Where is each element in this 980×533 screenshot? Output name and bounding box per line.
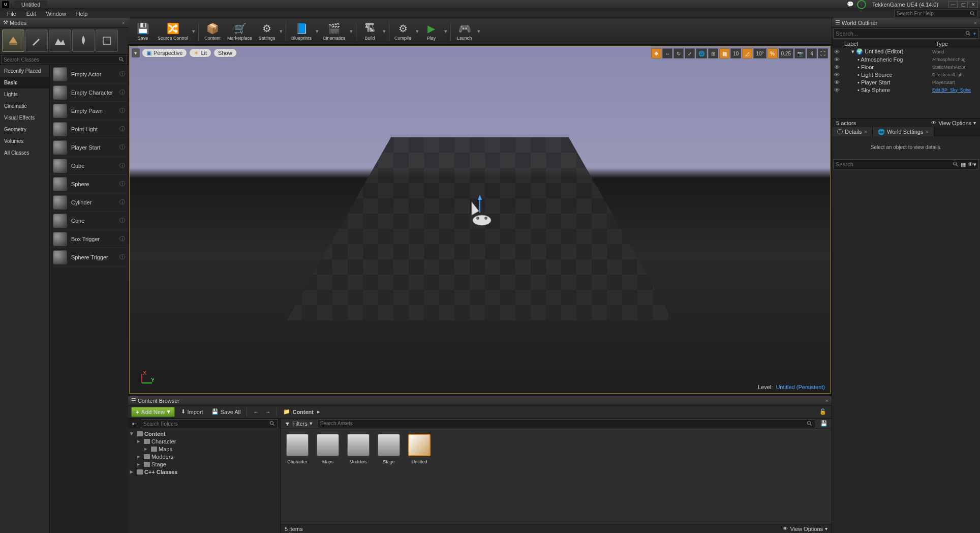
- actor-type[interactable]: Edit BP_Sky_Sphe: [932, 87, 971, 93]
- close-icon[interactable]: ×: [974, 20, 977, 26]
- dropdown-arrow[interactable]: ▾: [415, 20, 420, 43]
- info-icon[interactable]: ⓘ: [119, 143, 125, 151]
- dropdown-arrow[interactable]: ▾: [315, 20, 320, 43]
- save-asset-icon[interactable]: 💾: [818, 419, 830, 428]
- settings-button[interactable]: ⚙Settings: [255, 20, 279, 43]
- angle-snap-value[interactable]: 10°: [753, 48, 766, 58]
- asset-item[interactable]: Untitled: [408, 434, 431, 464]
- tree-item[interactable]: ▸Stage: [128, 460, 280, 468]
- classes-search-input[interactable]: [4, 57, 118, 63]
- eye-icon[interactable]: 👁▾: [968, 161, 976, 168]
- actor-item[interactable]: Sphere Triggerⓘ: [50, 248, 128, 266]
- category-item[interactable]: Cinematic: [0, 100, 49, 112]
- camera-speed-icon[interactable]: 📷: [794, 48, 806, 58]
- compile-button[interactable]: ⚙Compile: [391, 20, 415, 43]
- marketplace-button[interactable]: 🛒Marketplace: [224, 20, 255, 43]
- breadcrumb[interactable]: 📁Content ▸: [281, 407, 322, 416]
- matrix-icon[interactable]: ▦: [961, 161, 966, 168]
- dropdown-arrow[interactable]: ▾: [191, 20, 196, 43]
- lock-icon[interactable]: 🔓: [817, 407, 829, 416]
- category-item[interactable]: Visual Effects: [0, 112, 49, 124]
- tab-world-settings[interactable]: 🌐World Settings×: [873, 127, 934, 136]
- category-item[interactable]: Geometry: [0, 124, 49, 135]
- content-button[interactable]: 📦Content: [201, 20, 224, 43]
- details-search-input[interactable]: [836, 161, 953, 167]
- info-icon[interactable]: ⓘ: [119, 162, 125, 169]
- grid-snap-value[interactable]: 10: [730, 48, 741, 58]
- visibility-icon[interactable]: 👁: [834, 49, 840, 55]
- menu-window[interactable]: Window: [41, 10, 71, 18]
- info-icon[interactable]: ⓘ: [119, 253, 125, 261]
- translate-mode-icon[interactable]: ↔: [662, 48, 672, 58]
- dropdown-arrow[interactable]: ▾: [279, 20, 284, 43]
- expand-arrow-icon[interactable]: ▸: [137, 438, 142, 445]
- info-icon[interactable]: ⓘ: [119, 180, 125, 188]
- info-icon[interactable]: ⓘ: [119, 217, 125, 224]
- geometry-mode-icon[interactable]: [96, 29, 118, 52]
- outliner-search[interactable]: +: [833, 28, 979, 39]
- actor-item[interactable]: Sphereⓘ: [50, 175, 128, 193]
- scale-snap-value[interactable]: 0.25: [779, 48, 793, 58]
- perspective-button[interactable]: ▣Perspective: [142, 48, 187, 57]
- build-button[interactable]: 🏗Build: [358, 20, 382, 43]
- place-mode-icon[interactable]: [2, 29, 24, 52]
- category-item[interactable]: Lights: [0, 88, 49, 100]
- info-icon[interactable]: ⓘ: [119, 235, 125, 243]
- add-new-button[interactable]: + Add New ▾: [131, 407, 175, 417]
- info-icon[interactable]: ⓘ: [119, 107, 125, 114]
- info-icon[interactable]: ⓘ: [119, 125, 125, 133]
- tree-item[interactable]: ▸Maps: [128, 445, 280, 453]
- save-all-button[interactable]: 💾Save All: [209, 407, 243, 416]
- visibility-icon[interactable]: 👁: [834, 64, 840, 70]
- tree-item[interactable]: ▸Character: [128, 437, 280, 445]
- col-label[interactable]: Label: [844, 41, 936, 47]
- expand-arrow-icon[interactable]: ▾: [130, 430, 135, 437]
- help-search-input[interactable]: [897, 11, 970, 16]
- foliage-mode-icon[interactable]: [72, 29, 95, 52]
- grid-snap-icon[interactable]: ▦: [719, 48, 729, 58]
- outliner-row[interactable]: 👁▾ 🌍 Untitled (Editor)World: [832, 48, 980, 55]
- help-search[interactable]: [894, 10, 978, 17]
- asset-item[interactable]: Stage: [377, 434, 401, 464]
- category-item[interactable]: Recently Placed: [0, 65, 49, 77]
- menu-edit[interactable]: Edit: [21, 10, 41, 18]
- actor-item[interactable]: Point Lightⓘ: [50, 120, 128, 138]
- info-icon[interactable]: ⓘ: [119, 70, 125, 78]
- actor-item[interactable]: Empty Pawnⓘ: [50, 102, 128, 120]
- details-search[interactable]: ▦ 👁▾: [833, 159, 979, 169]
- maximize-viewport-icon[interactable]: ⛶: [818, 48, 828, 58]
- paint-mode-icon[interactable]: [25, 29, 48, 52]
- show-button[interactable]: Show: [213, 48, 237, 57]
- visibility-icon[interactable]: 👁: [834, 56, 840, 63]
- scale-snap-icon[interactable]: %: [768, 48, 778, 58]
- expand-arrow-icon[interactable]: ▸: [130, 468, 135, 475]
- document-tab[interactable]: Untitled: [14, 1, 47, 9]
- info-icon[interactable]: ⓘ: [119, 198, 125, 206]
- lit-button[interactable]: ☀Lit: [189, 48, 211, 57]
- folder-search-input[interactable]: [143, 421, 269, 427]
- dropdown-arrow[interactable]: ▾: [349, 20, 354, 43]
- outliner-row[interactable]: 👁• FloorStaticMeshActor: [832, 63, 980, 71]
- close-icon[interactable]: ×: [925, 129, 928, 135]
- landscape-mode-icon[interactable]: [49, 29, 71, 52]
- visibility-icon[interactable]: 👁: [834, 87, 840, 93]
- actor-item[interactable]: Coneⓘ: [50, 212, 128, 230]
- nav-forward-button[interactable]: →: [263, 408, 272, 416]
- outliner-row[interactable]: 👁• Sky SphereEdit BP_Sky_Sphe: [832, 86, 980, 94]
- sources-toggle-icon[interactable]: ⇤: [130, 420, 139, 428]
- import-button[interactable]: ⬇Import: [179, 407, 205, 416]
- info-icon[interactable]: ⓘ: [119, 88, 125, 96]
- outliner-row[interactable]: 👁• Atmospheric FogAtmosphericFog: [832, 55, 980, 63]
- camera-speed-value[interactable]: 4: [807, 48, 817, 58]
- play-button[interactable]: ▶Play: [420, 20, 443, 43]
- dropdown-arrow[interactable]: ▾: [476, 20, 481, 43]
- actor-item[interactable]: Player Startⓘ: [50, 138, 128, 157]
- close-icon[interactable]: ×: [122, 20, 125, 26]
- tree-item[interactable]: ▾Content: [128, 430, 280, 437]
- menu-file[interactable]: File: [2, 10, 21, 18]
- angle-snap-icon[interactable]: ◿: [742, 48, 752, 58]
- actor-item[interactable]: Box Triggerⓘ: [50, 230, 128, 248]
- visibility-icon[interactable]: 👁: [834, 79, 840, 85]
- level-link[interactable]: Untitled (Persistent): [776, 384, 825, 390]
- viewport-options-dropdown[interactable]: ▾: [132, 48, 140, 57]
